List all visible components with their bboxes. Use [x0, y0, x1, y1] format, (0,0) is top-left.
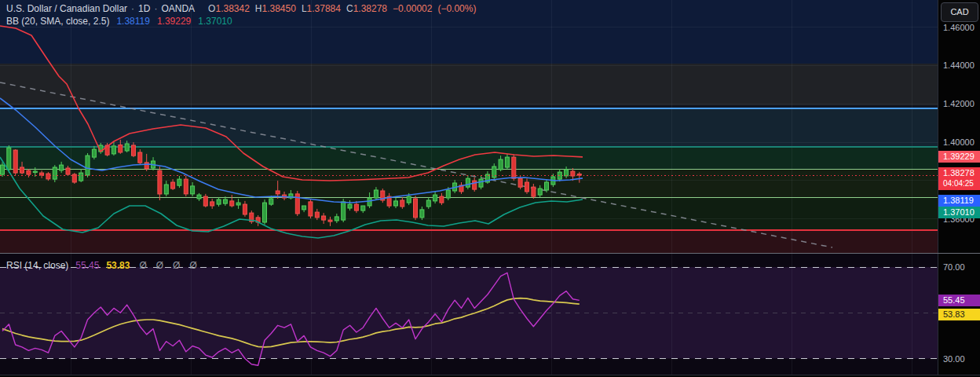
currency-toggle-button[interactable]: CAD — [941, 2, 978, 22]
main-price-pane[interactable] — [0, 0, 938, 253]
interval-label[interactable]: 1D — [138, 3, 150, 14]
bar-countdown: 04:04:25 — [943, 179, 980, 189]
price-tick: 1.44000 — [943, 60, 975, 71]
change-value: −0.00002 — [393, 3, 432, 14]
bb-lower-value: 1.37010 — [198, 16, 232, 27]
rsi-tick: 30.00 — [943, 353, 965, 364]
ohlc-values: O1.38342H1.38450L1.37884C1.38278 — [203, 3, 387, 14]
tradingview-chart-window: U.S. Dollar / Canadian Dollar·1D·OANDAO1… — [0, 0, 980, 377]
price-label-plate: 1.38119 — [938, 195, 980, 207]
legend-separator: · — [131, 3, 134, 14]
rsi-indicator-label[interactable]: RSI (14, close) — [6, 260, 68, 271]
ohlc-value: 1.38342 — [215, 3, 249, 14]
bb-indicator-legend: BB (20, SMA, close, 2.5)1.381191.392291.… — [6, 16, 232, 27]
rsi-ma-value: 53.83 — [106, 260, 130, 271]
price-label-plate: 1.39229 — [938, 151, 980, 163]
rsi-label-plate: 55.45 — [938, 295, 980, 306]
rsi-empty-plots: ØØØØ — [130, 260, 196, 271]
ohlc-key: L — [302, 3, 307, 14]
price-label-plate: 1.37010 — [938, 207, 980, 218]
ohlc-key: C — [346, 3, 353, 14]
ohlc-key: H — [255, 3, 262, 14]
price-tick: 1.40000 — [943, 137, 975, 148]
empty-plot-glyph: Ø — [173, 260, 180, 271]
price-tick: 1.46000 — [943, 22, 975, 33]
change-percent: (−0.00%) — [437, 3, 476, 14]
bb-indicator-label[interactable]: BB (20, SMA, close, 2.5) — [6, 16, 109, 27]
legend-separator: · — [154, 3, 157, 14]
rsi-value: 55.45 — [75, 260, 99, 271]
rsi-label-plate: 53.83 — [938, 309, 980, 320]
ohlc-value: 1.38278 — [353, 3, 387, 14]
price-tick: 1.42000 — [943, 98, 975, 109]
chart-area[interactable]: U.S. Dollar / Canadian Dollar·1D·OANDAO1… — [0, 0, 938, 377]
empty-plot-glyph: Ø — [156, 260, 163, 271]
exchange-label[interactable]: OANDA — [161, 3, 195, 14]
empty-plot-glyph: Ø — [139, 260, 146, 271]
price-axis[interactable]: CAD 1.460001.440001.420001.400001.380001… — [938, 0, 980, 377]
price-label-plate: 1.3827804:04:25 — [938, 167, 980, 190]
rsi-tick: 70.00 — [943, 262, 965, 273]
ohlc-value: 1.37884 — [307, 3, 341, 14]
symbol-legend: U.S. Dollar / Canadian Dollar·1D·OANDAO1… — [6, 3, 476, 14]
rsi-pane[interactable] — [0, 253, 938, 377]
symbol-title[interactable]: U.S. Dollar / Canadian Dollar — [6, 3, 127, 14]
bb-basis-value: 1.38119 — [116, 16, 150, 27]
time-axis-separator — [0, 375, 980, 375]
rsi-indicator-legend: RSI (14, close)55.4553.83ØØØØ — [6, 260, 197, 271]
empty-plot-glyph: Ø — [189, 260, 196, 271]
ohlc-value: 1.38450 — [262, 3, 296, 14]
bb-upper-value: 1.39229 — [157, 16, 191, 27]
pane-separator[interactable] — [0, 253, 980, 254]
